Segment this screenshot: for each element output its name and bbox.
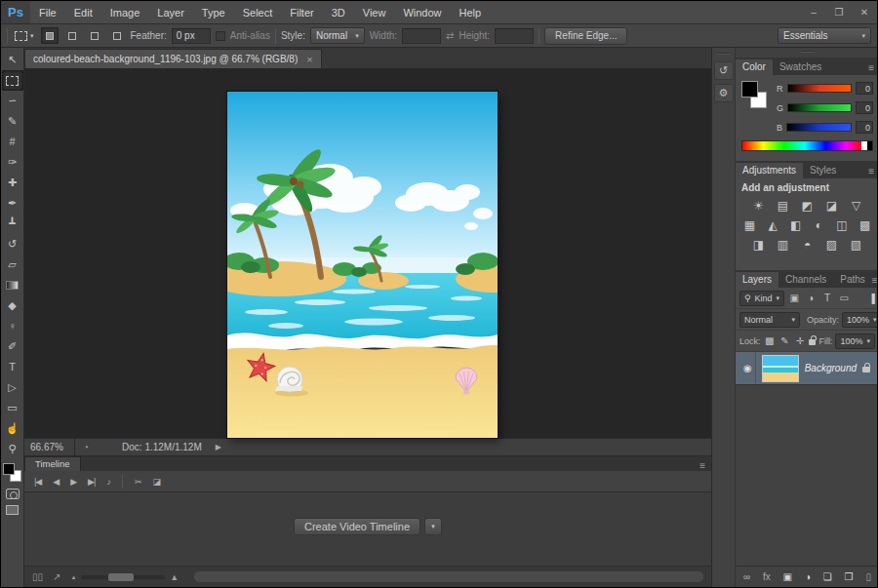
- menu-edit[interactable]: Edit: [65, 7, 101, 19]
- link-layers-icon[interactable]: ∞: [743, 571, 750, 582]
- fill-select[interactable]: 100% ▾: [835, 333, 875, 349]
- timeline-zoom-out-icon[interactable]: ▲: [70, 574, 76, 580]
- screen-mode-button[interactable]: [6, 505, 19, 515]
- lasso-tool[interactable]: ∽: [2, 91, 23, 111]
- color-panel-swatches[interactable]: [741, 81, 771, 116]
- tool-preset-picker[interactable]: ▾: [13, 31, 36, 41]
- filter-pixel-layers-icon[interactable]: ▣: [787, 293, 801, 303]
- panel-dock-grip[interactable]: [801, 51, 815, 53]
- menu-view[interactable]: View: [354, 7, 395, 19]
- antialias-checkbox[interactable]: [216, 31, 225, 41]
- color-panel-menu-icon[interactable]: ≡: [868, 62, 878, 75]
- tab-layers[interactable]: Layers: [736, 272, 778, 288]
- hue-saturation-icon[interactable]: ▦: [741, 216, 758, 233]
- rectangle-tool[interactable]: ▭: [2, 398, 23, 418]
- properties-panel-icon[interactable]: ⚙: [714, 84, 734, 102]
- quick-selection-tool[interactable]: ✎: [2, 111, 23, 132]
- foreground-swatch[interactable]: [741, 81, 758, 98]
- status-circle-icon[interactable]: ◔: [83, 442, 89, 452]
- blur-tool[interactable]: ◆: [2, 295, 23, 316]
- vibrance-icon[interactable]: ▽: [848, 197, 865, 214]
- timeline-menu-icon[interactable]: ≡: [699, 460, 711, 471]
- green-slider[interactable]: [787, 103, 852, 112]
- layer-filter-toggle[interactable]: ▐: [869, 294, 875, 303]
- adjustments-panel-menu-icon[interactable]: ≡: [868, 166, 878, 178]
- gradient-map-icon[interactable]: ▨: [823, 236, 841, 253]
- subtract-from-selection-button[interactable]: [86, 27, 103, 44]
- channel-mixer-icon[interactable]: ◫: [834, 216, 851, 233]
- minimize-button[interactable]: –: [801, 7, 826, 18]
- background-layer-row[interactable]: ◉ Background: [736, 352, 878, 385]
- levels-icon[interactable]: ▤: [775, 197, 792, 214]
- canvas-image[interactable]: [227, 92, 498, 438]
- menu-file[interactable]: File: [30, 7, 65, 19]
- invert-icon[interactable]: ◨: [750, 236, 768, 253]
- play-button[interactable]: ▶: [70, 477, 76, 487]
- layer-visibility-eye-icon[interactable]: ◉: [740, 352, 756, 384]
- frame-view-icon[interactable]: ▯▯: [32, 571, 43, 582]
- photo-filter-icon[interactable]: ◐: [811, 216, 827, 233]
- eyedropper-tool[interactable]: ✑: [2, 152, 23, 173]
- create-video-timeline-button[interactable]: Create Video Timeline: [294, 518, 420, 535]
- filter-shape-layers-icon[interactable]: ▭: [837, 293, 851, 303]
- timeline-zoom-slider[interactable]: [81, 575, 165, 579]
- layer-effects-icon[interactable]: fx: [763, 571, 771, 582]
- blend-mode-select[interactable]: Normal ▾: [739, 312, 800, 328]
- next-frame-button[interactable]: ▶|: [88, 477, 95, 487]
- split-clip-button[interactable]: ✂: [135, 477, 141, 487]
- width-input[interactable]: [402, 28, 441, 44]
- crop-tool[interactable]: #: [2, 132, 23, 152]
- color-spectrum-ramp[interactable]: [741, 140, 873, 151]
- eraser-tool[interactable]: ▱: [2, 255, 23, 275]
- timeline-scrollbar[interactable]: [194, 571, 703, 582]
- new-layer-icon[interactable]: ❐: [845, 571, 854, 582]
- lock-transparency-icon[interactable]: ▩: [764, 335, 777, 346]
- tab-adjustments[interactable]: Adjustments: [736, 163, 803, 178]
- foreground-background-swatches[interactable]: [3, 463, 22, 483]
- hand-tool[interactable]: ☝: [2, 418, 23, 439]
- add-layer-mask-icon[interactable]: ▣: [783, 571, 792, 582]
- selective-color-icon[interactable]: ▧: [848, 236, 865, 253]
- delete-layer-icon[interactable]: ▯: [865, 571, 871, 582]
- menu-help[interactable]: Help: [451, 7, 491, 19]
- exposure-icon[interactable]: ◪: [823, 197, 841, 214]
- refine-edge-button[interactable]: Refine Edge...: [544, 27, 627, 45]
- feather-input[interactable]: 0 px: [172, 28, 211, 44]
- layers-panel-menu-icon[interactable]: ≡: [872, 275, 878, 288]
- timeline-zoom-in-icon[interactable]: ▲: [170, 572, 179, 582]
- add-to-selection-button[interactable]: [63, 27, 81, 44]
- brightness-contrast-icon[interactable]: ☀: [750, 197, 768, 214]
- intersect-selection-button[interactable]: [108, 27, 126, 44]
- menu-image[interactable]: Image: [101, 7, 149, 19]
- filter-adjustment-layers-icon[interactable]: ◑: [804, 293, 818, 303]
- red-slider[interactable]: [787, 84, 853, 93]
- clone-stamp-tool[interactable]: ┻: [2, 214, 23, 234]
- color-lookup-icon[interactable]: ▩: [857, 216, 873, 233]
- path-selection-tool[interactable]: ▷: [2, 377, 23, 398]
- new-adjustment-layer-icon[interactable]: ◑: [805, 571, 811, 582]
- blue-slider[interactable]: [786, 123, 852, 132]
- dock-grip[interactable]: [717, 53, 731, 55]
- lock-position-icon[interactable]: ✛: [794, 335, 807, 346]
- filter-type-layers-icon[interactable]: T: [820, 293, 834, 303]
- black-white-icon[interactable]: ◧: [787, 216, 804, 233]
- layer-thumbnail[interactable]: [762, 355, 799, 382]
- audio-toggle-button[interactable]: ♪: [106, 477, 110, 487]
- style-select[interactable]: Normal ▾: [310, 27, 365, 44]
- document-tab-close-icon[interactable]: ×: [306, 54, 312, 65]
- color-balance-icon[interactable]: ◭: [765, 216, 781, 233]
- layer-name[interactable]: Background: [805, 363, 857, 373]
- dodge-tool[interactable]: ♀: [2, 316, 23, 336]
- timeline-zoom-handle[interactable]: [108, 573, 134, 581]
- height-input[interactable]: [495, 28, 534, 44]
- curves-icon[interactable]: ◩: [799, 197, 817, 214]
- tab-paths[interactable]: Paths: [833, 272, 872, 288]
- move-tool[interactable]: ↖: [2, 50, 23, 70]
- zoom-level-field[interactable]: 66.67%: [24, 439, 75, 455]
- red-value-field[interactable]: 0: [856, 82, 873, 95]
- close-button[interactable]: ✕: [852, 7, 877, 18]
- history-panel-icon[interactable]: ↺: [714, 61, 734, 80]
- zoom-tool[interactable]: ⚲: [2, 439, 23, 459]
- menu-select[interactable]: Select: [234, 7, 282, 19]
- green-value-field[interactable]: 0: [856, 101, 873, 114]
